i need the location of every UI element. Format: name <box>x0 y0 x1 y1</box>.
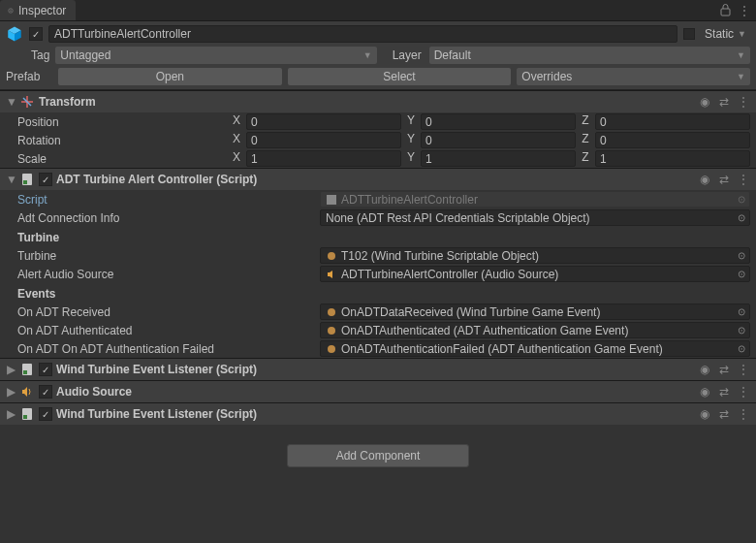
on-adt-authenticated-field[interactable]: OnADTAuthenticated (ADT Authentication G… <box>320 322 750 338</box>
kebab-icon[interactable]: ⋮ <box>737 363 750 376</box>
object-picker-icon[interactable]: ⊙ <box>738 212 745 223</box>
z-label[interactable]: Z <box>580 113 591 130</box>
turbine-field[interactable]: T102 (Wind Turbine Scriptable Object) ⊙ <box>320 247 750 264</box>
object-picker-icon[interactable]: ⊙ <box>738 269 745 279</box>
object-picker-icon[interactable]: ⊙ <box>738 306 745 317</box>
help-icon[interactable]: ◉ <box>698 363 711 376</box>
chevron-down-icon: ▼ <box>363 50 372 60</box>
y-label[interactable]: Y <box>405 113 417 130</box>
adt-connection-label: Adt Connection Info <box>17 211 320 225</box>
kebab-icon[interactable]: ⋮ <box>739 4 750 17</box>
x-label[interactable]: X <box>231 132 242 148</box>
turbine-label: Turbine <box>17 249 320 263</box>
scale-label: Scale <box>17 152 231 166</box>
adt-connection-field[interactable]: None (ADT Rest API Credentials Scriptabl… <box>320 209 750 226</box>
inspector-tab[interactable]: Inspector <box>0 0 76 20</box>
preset-icon[interactable]: ⇄ <box>717 173 731 186</box>
gameobject-cube-icon[interactable] <box>6 25 23 43</box>
preset-icon[interactable]: ⇄ <box>717 363 731 376</box>
tab-label: Inspector <box>18 4 66 17</box>
help-icon[interactable]: ◉ <box>698 95 711 109</box>
enable-checkbox[interactable]: ✓ <box>39 407 52 421</box>
rotation-x-input[interactable] <box>246 132 401 148</box>
position-z-input[interactable] <box>595 113 750 130</box>
gear-icon <box>326 250 337 262</box>
kebab-icon[interactable]: ⋮ <box>737 385 750 399</box>
position-y-input[interactable] <box>421 113 576 130</box>
scale-x-input[interactable] <box>246 150 401 167</box>
layer-dropdown[interactable]: Default▼ <box>429 47 750 64</box>
rotation-y-input[interactable] <box>421 132 576 148</box>
script-icon <box>19 172 35 187</box>
scale-z-input[interactable] <box>595 150 750 167</box>
kebab-icon[interactable]: ⋮ <box>737 173 750 186</box>
static-checkbox[interactable] <box>683 28 695 40</box>
object-picker-icon: ⊙ <box>738 194 745 205</box>
tag-dropdown[interactable]: Untagged▼ <box>55 47 376 64</box>
enable-checkbox[interactable]: ✓ <box>39 363 52 376</box>
help-icon[interactable]: ◉ <box>698 407 711 421</box>
kebab-icon[interactable]: ⋮ <box>737 95 750 109</box>
foldout-arrow-icon[interactable]: ▼ <box>6 95 16 109</box>
y-label[interactable]: Y <box>405 132 417 148</box>
script-field: ADTTurbineAlertController ⊙ <box>320 191 750 208</box>
enable-checkbox[interactable]: ✓ <box>39 385 52 399</box>
svg-rect-2 <box>11 10 12 12</box>
alert-controller-component: ▼ ✓ ADT Turbine Alert Controller (Script… <box>0 168 756 358</box>
svg-point-10 <box>328 345 335 353</box>
z-label[interactable]: Z <box>580 150 591 167</box>
preset-icon[interactable]: ⇄ <box>717 407 731 421</box>
svg-point-7 <box>328 252 335 260</box>
chevron-down-icon: ▼ <box>737 72 745 81</box>
gameobject-name-input[interactable] <box>48 25 677 43</box>
svg-rect-14 <box>23 415 27 419</box>
kebab-icon[interactable]: ⋮ <box>737 407 750 421</box>
y-label[interactable]: Y <box>405 150 417 167</box>
prefab-overrides-dropdown[interactable]: Overrides▼ <box>517 68 750 85</box>
prefab-select-button[interactable]: Select <box>288 68 512 85</box>
add-component-button[interactable]: Add Component <box>287 444 470 467</box>
x-label[interactable]: X <box>231 150 242 167</box>
script-label: Script <box>17 193 320 207</box>
turbine-section-label: Turbine <box>0 227 756 246</box>
x-label[interactable]: X <box>231 113 242 130</box>
active-checkbox[interactable]: ✓ <box>29 27 43 41</box>
on-adt-auth-failed-label: On ADT On ADT Authentication Failed <box>17 342 320 356</box>
rotation-label: Rotation <box>17 134 231 147</box>
speaker-icon <box>19 384 35 399</box>
foldout-arrow-icon[interactable]: ▼ <box>6 173 16 186</box>
object-picker-icon[interactable]: ⊙ <box>738 250 745 261</box>
lock-icon[interactable] <box>720 4 731 16</box>
scale-y-input[interactable] <box>421 150 576 167</box>
svg-point-8 <box>328 308 335 316</box>
rotation-z-input[interactable] <box>595 132 750 148</box>
wind-turbine-event-listener-component-2: ▶ ✓ Wind Turbine Event Listener (Script)… <box>0 402 756 425</box>
z-label[interactable]: Z <box>580 132 591 148</box>
preset-icon[interactable]: ⇄ <box>717 95 731 109</box>
preset-icon[interactable]: ⇄ <box>717 385 731 399</box>
on-adt-auth-failed-field[interactable]: OnADTAuthenticationFailed (ADT Authentic… <box>320 340 750 357</box>
alert-audio-field[interactable]: ADTTurbineAlertController (Audio Source)… <box>320 266 750 282</box>
enable-checkbox[interactable]: ✓ <box>39 173 52 186</box>
foldout-arrow-icon[interactable]: ▶ <box>6 407 16 421</box>
info-icon <box>8 8 14 14</box>
component-title: Transform <box>39 95 694 109</box>
svg-rect-3 <box>721 9 730 16</box>
alert-audio-label: Alert Audio Source <box>17 268 320 281</box>
position-label: Position <box>17 115 231 129</box>
prefab-open-button[interactable]: Open <box>58 68 282 85</box>
help-icon[interactable]: ◉ <box>698 173 711 186</box>
foldout-arrow-icon[interactable]: ▶ <box>6 385 16 399</box>
chevron-down-icon[interactable]: ▼ <box>738 29 746 39</box>
gear-icon <box>326 343 337 355</box>
component-title: ADT Turbine Alert Controller (Script) <box>56 173 694 186</box>
titlebar: Inspector ⋮ <box>0 0 756 21</box>
object-picker-icon[interactable]: ⊙ <box>738 325 745 335</box>
object-picker-icon[interactable]: ⊙ <box>738 343 745 354</box>
position-x-input[interactable] <box>246 113 401 130</box>
help-icon[interactable]: ◉ <box>698 385 711 399</box>
script-icon <box>19 406 35 422</box>
on-adt-received-field[interactable]: OnADTDataReceived (Wind Turbine Game Eve… <box>320 303 750 320</box>
foldout-arrow-icon[interactable]: ▶ <box>6 363 16 376</box>
gear-icon <box>326 325 337 336</box>
